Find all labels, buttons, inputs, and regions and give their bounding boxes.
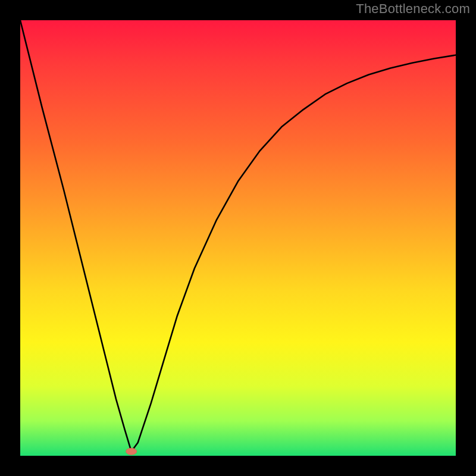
min-marker bbox=[126, 448, 137, 455]
chart-frame: TheBottleneck.com bbox=[0, 0, 476, 476]
bottleneck-curve bbox=[20, 20, 456, 452]
chart-svg bbox=[20, 20, 456, 456]
watermark-text: TheBottleneck.com bbox=[356, 1, 470, 17]
plot-area bbox=[20, 20, 456, 456]
